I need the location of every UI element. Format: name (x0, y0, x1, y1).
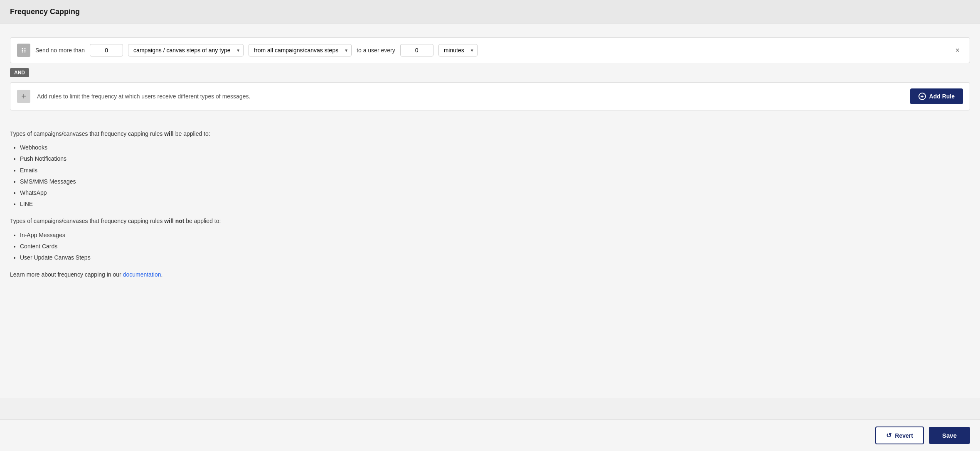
list-item: SMS/MMS Messages (20, 176, 970, 187)
drag-handle[interactable] (17, 44, 30, 57)
will-not-apply-list: In-App Messages Content Cards User Updat… (20, 230, 970, 263)
page-content: Send no more than 0 campaigns / canvas s… (0, 24, 980, 398)
from-select[interactable]: from all campaigns/canvas steps from spe… (249, 44, 352, 56)
add-rule-button[interactable]: + Add Rule (910, 88, 963, 104)
save-button[interactable]: Save (929, 427, 970, 444)
info-section: Types of campaigns/canvases that frequen… (10, 122, 970, 290)
page-header: Frequency Capping (0, 0, 980, 24)
count-input[interactable]: 0 (90, 44, 123, 56)
svg-point-4 (22, 51, 23, 53)
list-item: Webhooks (20, 142, 970, 153)
add-rule-description: Add rules to limit the frequency at whic… (37, 93, 910, 100)
learn-more-text: Learn more about frequency capping in ou… (10, 270, 970, 280)
unit-select-wrapper: minutes hours days weeks (438, 44, 478, 56)
add-rule-button-label: Add Rule (929, 93, 955, 100)
list-item: Content Cards (20, 241, 970, 252)
interval-input[interactable]: 0 (400, 44, 433, 56)
list-item: LINE (20, 199, 970, 209)
svg-point-0 (22, 48, 23, 49)
revert-button[interactable]: ↺ Revert (875, 426, 924, 444)
to-user-label: to a user every (357, 47, 395, 54)
will-apply-header: Types of campaigns/canvases that frequen… (10, 129, 970, 139)
list-item: Push Notifications (20, 154, 970, 164)
and-badge: AND (10, 63, 970, 82)
type-select[interactable]: campaigns / canvas steps of any type cam… (128, 44, 244, 56)
rule-row: Send no more than 0 campaigns / canvas s… (10, 37, 970, 63)
list-item: In-App Messages (20, 230, 970, 240)
will-apply-list: Webhooks Push Notifications Emails SMS/M… (20, 142, 970, 209)
add-rule-plus-icon[interactable]: + (17, 90, 30, 103)
type-select-wrapper: campaigns / canvas steps of any type cam… (128, 44, 244, 56)
from-select-wrapper: from all campaigns/canvas steps from spe… (249, 44, 352, 56)
revert-label: Revert (895, 432, 913, 439)
revert-icon: ↺ (886, 431, 891, 439)
page-footer: ↺ Revert Save (0, 419, 980, 451)
list-item: Emails (20, 165, 970, 176)
list-item: User Update Canvas Steps (20, 252, 970, 263)
page-title: Frequency Capping (10, 7, 80, 16)
svg-point-3 (25, 50, 26, 51)
send-no-more-label: Send no more than (35, 47, 85, 54)
svg-point-2 (22, 50, 23, 51)
svg-point-1 (25, 48, 26, 49)
add-rule-row: + Add rules to limit the frequency at wh… (10, 82, 970, 110)
will-not-apply-header: Types of campaigns/canvases that frequen… (10, 216, 970, 226)
unit-select[interactable]: minutes hours days weeks (438, 44, 478, 56)
add-rule-plus-circle: + (918, 93, 926, 100)
documentation-link[interactable]: documentation (123, 271, 161, 278)
remove-rule-button[interactable]: × (952, 44, 963, 56)
svg-point-5 (25, 51, 26, 53)
list-item: WhatsApp (20, 188, 970, 198)
